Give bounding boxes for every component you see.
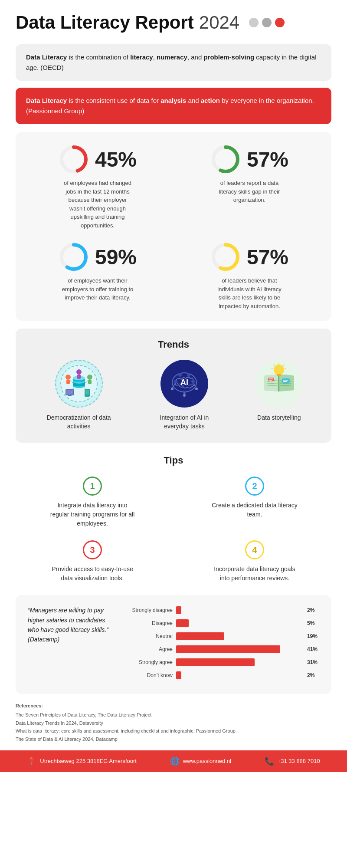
tip-2: 2 Create a dedicated data literacy team.: [178, 477, 331, 528]
chart-bar-label: Agree: [125, 646, 173, 652]
stat-4-desc: of leaders believe that individuals with…: [213, 276, 286, 310]
chart-area: Strongly disagree2%Disagree5%Neutral19%A…: [125, 605, 319, 684]
chart-bar-value: 2%: [307, 672, 319, 678]
ai-icon: AI: [160, 360, 208, 408]
chart-bar-wrap: [176, 671, 301, 680]
chart-row: Disagree5%: [125, 618, 319, 628]
stat-3-donut: [59, 242, 89, 272]
tip-1-number: 1: [83, 477, 102, 496]
passionned-definition: Data Literacy is the consistent use of d…: [16, 88, 331, 124]
footer-website-text: www.passionned.nl: [183, 758, 231, 764]
footer-phone: 📞 +31 33 888 7010: [265, 756, 320, 766]
svg-point-42: [195, 388, 198, 390]
title-text: Data Literacy Report: [16, 12, 194, 33]
ref-3: What is data literacy: core skills and a…: [16, 727, 331, 735]
svg-rect-59: [282, 378, 290, 383]
svg-text:AI: AI: [180, 378, 188, 387]
tip-3-number: 3: [83, 540, 102, 559]
ref-2: Data Literacy Trends in 2024, Dataversit…: [16, 719, 331, 727]
stats-grid: 45% of employees had changed jobs in the…: [16, 132, 331, 321]
tips-title: Tips: [16, 455, 331, 466]
chart-bar-fill: [176, 658, 255, 666]
passionned-text: Data Literacy is the consistent use of d…: [26, 97, 314, 115]
svg-line-56: [283, 365, 284, 366]
stat-4-percent: 57%: [247, 245, 288, 269]
stat-2-donut: [210, 144, 241, 174]
chart-row: Don’t know2%: [125, 671, 319, 680]
page-title: Data Literacy Report 2024: [16, 12, 285, 33]
stat-2: 57% of leaders report a data literacy sk…: [178, 144, 321, 230]
footer-website: 🌐 www.passionned.nl: [170, 756, 231, 766]
dot-3: [275, 18, 285, 27]
svg-point-14: [65, 375, 71, 380]
stat-4-donut: [210, 242, 241, 272]
svg-point-36: [187, 373, 190, 377]
svg-line-57: [272, 368, 273, 369]
globe-icon: 🌐: [170, 756, 180, 766]
stat-1-donut: [59, 144, 89, 174]
demo-svg: [59, 364, 98, 403]
stat-3-top: 59%: [59, 242, 137, 272]
title-year: 2024: [199, 12, 239, 33]
chart-row: Agree41%: [125, 644, 319, 654]
svg-point-51: [274, 365, 284, 375]
phone-icon: 📞: [265, 756, 274, 766]
chart-row: Strongly agree31%: [125, 658, 319, 667]
tips-section: Tips 1 Integrate data literacy into regu…: [16, 450, 331, 587]
democratization-icon: [55, 360, 103, 408]
chart-bar-fill: [176, 619, 189, 627]
stat-2-desc: of leaders report a data literacy skills…: [213, 179, 286, 204]
ai-svg: AI: [165, 364, 204, 403]
chart-bar-fill: [176, 632, 224, 640]
chart-row: Strongly disagree2%: [125, 605, 319, 615]
chart-section: “Managers are willing to pay higher sala…: [16, 595, 331, 694]
header-dots: [249, 18, 285, 27]
tip-4-number: 4: [245, 540, 264, 559]
story-svg: [257, 362, 301, 405]
chart-bar-wrap: [176, 631, 301, 641]
chart-bar-value: 2%: [307, 607, 319, 613]
svg-point-34: [191, 380, 195, 383]
svg-rect-15: [66, 380, 70, 384]
svg-point-16: [87, 375, 92, 380]
dot-1: [249, 18, 259, 27]
stat-1: 45% of employees had changed jobs in the…: [26, 144, 169, 230]
oecd-text: Data Literacy is the combination of lite…: [26, 53, 317, 71]
trend-democratization: Democratization of data activities: [44, 360, 114, 431]
tip-2-text: Create a dedicated data literacy team.: [211, 501, 298, 519]
svg-point-43: [183, 394, 186, 397]
tip-3-text: Provide access to easy-to-use data visua…: [49, 565, 136, 583]
chart-bar-label: Don’t know: [125, 672, 173, 678]
chart-bar-wrap: [176, 644, 301, 654]
ref-4: The State of Data & AI Literacy 2024, Da…: [16, 735, 331, 743]
chart-row: Neutral19%: [125, 631, 319, 641]
trend-storytelling: Data storytelling: [255, 360, 303, 422]
svg-rect-17: [88, 380, 92, 384]
stat-2-top: 57%: [210, 144, 288, 174]
stat-3-desc: of employees want their employers to off…: [61, 276, 134, 302]
stat-3-percent: 59%: [95, 245, 137, 269]
footer-address-text: Utrechtseweg 225 3818EG Amersfoort: [40, 758, 137, 764]
footer-phone-text: +31 33 888 7010: [278, 758, 320, 764]
svg-point-41: [171, 388, 174, 390]
svg-line-55: [274, 365, 275, 366]
trend-2-label: Integration of AI in everyday tasks: [150, 414, 219, 431]
chart-bar-fill: [176, 645, 280, 653]
oecd-definition: Data Literacy is the combination of lite…: [16, 44, 331, 81]
trends-title: Trends: [26, 339, 321, 350]
stat-1-percent: 45%: [95, 148, 137, 171]
stat-4: 57% of leaders believe that individuals …: [178, 242, 321, 310]
chart-quote: “Managers are willing to pay higher sala…: [28, 605, 115, 644]
trend-ai: AI Integration of AI in everyday ta: [150, 360, 219, 431]
tip-4: 4 Incorporate data literacy goals into p…: [178, 540, 331, 583]
dot-2: [262, 18, 272, 27]
tip-2-number: 2: [245, 477, 264, 496]
chart-bar-fill: [176, 671, 181, 679]
storytelling-icon: [255, 360, 303, 408]
trends-items: Democratization of data activities AI: [26, 360, 321, 431]
svg-point-35: [178, 373, 182, 377]
tip-3: 3 Provide access to easy-to-use data vis…: [16, 540, 169, 583]
stat-2-percent: 57%: [247, 148, 288, 171]
chart-bar-label: Strongly agree: [125, 659, 173, 665]
ref-1: The Seven Principles of Data Literacy, T…: [16, 711, 331, 719]
